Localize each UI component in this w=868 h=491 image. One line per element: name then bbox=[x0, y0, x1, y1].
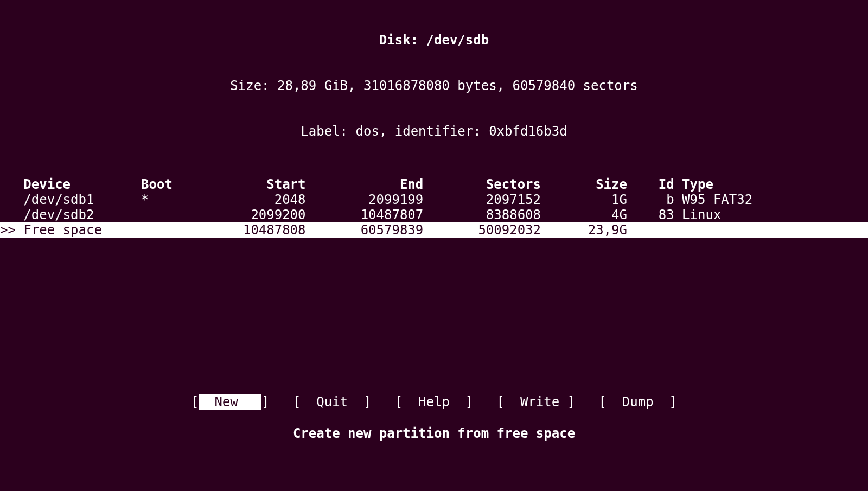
menu-item-write[interactable]: [ Write ] bbox=[497, 394, 576, 410]
cfdisk-screen: Disk: /dev/sdb Size: 28,89 GiB, 31016878… bbox=[0, 0, 868, 491]
partition-table[interactable]: Device Boot Start End Sectors Size Id Ty… bbox=[0, 177, 868, 238]
disk-size-line: Size: 28,89 GiB, 31016878080 bytes, 6057… bbox=[0, 78, 868, 93]
action-menu[interactable]: [ New ] [ Quit ] [ Help ] [ Write ] [ Du… bbox=[0, 394, 868, 410]
table-row[interactable]: /dev/sdb2 2099200 10487807 8388608 4G 83… bbox=[0, 207, 868, 222]
disk-label-line: Label: dos, identifier: 0xbfd16b3d bbox=[0, 124, 868, 139]
disk-header: Disk: /dev/sdb Size: 28,89 GiB, 31016878… bbox=[0, 0, 868, 169]
menu-item-new[interactable]: [ New ] bbox=[191, 394, 270, 410]
hint-line: Create new partition from free space bbox=[0, 426, 868, 441]
table-row[interactable]: >> Free space 10487808 60579839 50092032… bbox=[0, 222, 868, 238]
menu-item-dump[interactable]: [ Dump ] bbox=[598, 394, 677, 410]
menu-item-quit[interactable]: [ Quit ] bbox=[293, 394, 372, 410]
menu-item-help[interactable]: [ Help ] bbox=[395, 394, 474, 410]
table-row[interactable]: /dev/sdb1 * 2048 2099199 2097152 1G b W9… bbox=[0, 192, 868, 207]
disk-title-line: Disk: /dev/sdb bbox=[0, 33, 868, 48]
table-header: Device Boot Start End Sectors Size Id Ty… bbox=[0, 177, 868, 192]
